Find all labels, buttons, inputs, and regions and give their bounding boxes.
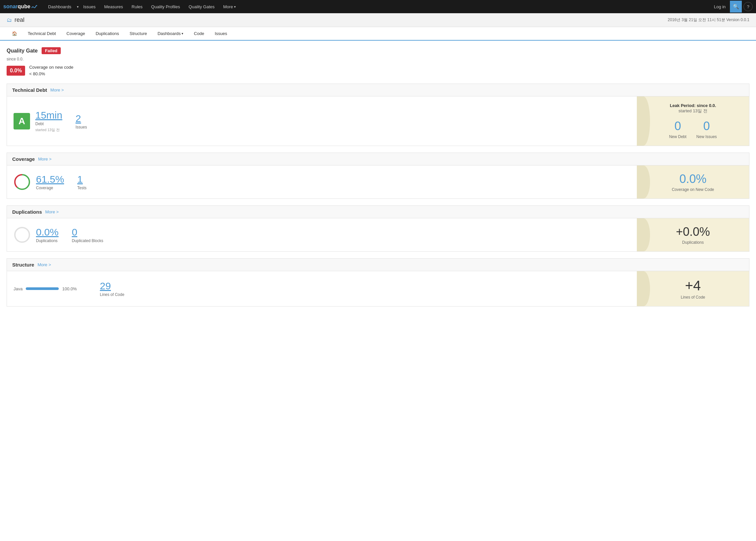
subnav-code[interactable]: Code (188, 27, 209, 41)
dup-label: Duplications (36, 239, 59, 243)
language-name: Java (14, 286, 22, 291)
new-debt-value[interactable]: 0 (669, 119, 687, 133)
quality-gate-value: 0.0% (7, 66, 25, 76)
loc-group: 29 Lines of Code (100, 280, 125, 297)
since-text: since 0.0. (7, 57, 749, 61)
subnav-coverage[interactable]: Coverage (61, 27, 90, 41)
subnav-issues[interactable]: Issues (209, 27, 232, 41)
coverage-body: 61.5% Coverage 1 Tests 0.0% Coverage on … (7, 166, 749, 199)
duplications-body: 0.0% Duplications 0 Duplicated Blocks +0… (7, 218, 749, 251)
nav-more[interactable]: More ▾ (219, 0, 240, 13)
coverage-circle-group: 61.5% Coverage (14, 174, 64, 191)
project-meta: 2016년 3월 21일 오전 11시 51분 Version 0.0.1 (668, 17, 749, 23)
logo[interactable]: sonarqube (3, 3, 38, 10)
top-navigation: sonarqube Dashboards▾ Issues Measures Ru… (0, 0, 756, 13)
project-title: 🗂 real (7, 17, 24, 23)
language-bar (26, 287, 59, 290)
debt-leak-metrics: 0 New Debt 0 New Issues (643, 119, 742, 139)
quality-gate-header: Quality Gate Failed (7, 47, 749, 54)
technical-debt-section: Technical Debt More > A 15min Debt start… (7, 84, 749, 146)
sub-navigation: 🏠 Technical Debt Coverage Duplications S… (0, 27, 756, 41)
quality-gate-detail: 0.0% Coverage on new code < 80.0% (7, 64, 749, 77)
nav-issues[interactable]: Issues (79, 0, 100, 13)
nav-rules[interactable]: Rules (128, 0, 146, 13)
dup-blocks-value[interactable]: 0 (72, 227, 103, 238)
new-issues-value[interactable]: 0 (696, 119, 717, 133)
coverage-main: 61.5% Coverage 1 Tests (7, 166, 637, 199)
more-dropdown-icon: ▾ (234, 5, 236, 9)
dashboards-dropdown-icon: ▾ (77, 5, 79, 9)
new-coverage-label: Coverage on New Code (643, 187, 742, 192)
project-name[interactable]: real (15, 17, 24, 23)
login-link[interactable]: Log in (711, 4, 728, 9)
debt-started: started 13일 전 (35, 128, 62, 133)
technical-debt-leak: Leak Period: since 0.0.started 13일 전 0 N… (637, 97, 749, 146)
coverage-label: Coverage (36, 186, 64, 190)
logo-sonar: sonar (3, 4, 18, 10)
main-nav: Dashboards▾ Issues Measures Rules Qualit… (44, 0, 711, 13)
search-button[interactable]: 🔍 (730, 1, 742, 13)
subnav-structure[interactable]: Structure (124, 27, 152, 41)
technical-debt-more-link[interactable]: More > (51, 88, 64, 93)
coverage-header: Coverage More > (7, 153, 749, 166)
subnav-home[interactable]: 🏠 (7, 27, 22, 41)
help-button[interactable]: ? (743, 2, 753, 11)
debt-label: Debt (35, 122, 62, 126)
subnav-duplications[interactable]: Duplications (91, 27, 125, 41)
dup-blocks-label: Duplicated Blocks (72, 239, 103, 243)
tests-label: Tests (77, 186, 87, 190)
new-loc-value[interactable]: +4 (643, 278, 742, 293)
dup-value[interactable]: 0.0% (36, 227, 59, 238)
duplications-main: 0.0% Duplications 0 Duplicated Blocks (7, 218, 637, 251)
structure-body: Java 100.0% 29 Lines of Code +4 Lines of… (7, 271, 749, 306)
technical-debt-body: A 15min Debt started 13일 전 2 Issues Leak… (7, 97, 749, 146)
logo-qube: qube (18, 4, 30, 10)
duplications-section: Duplications More > 0.0% Duplications 0 … (7, 206, 749, 252)
nav-measures[interactable]: Measures (100, 0, 127, 13)
nav-right: Log in 🔍 ? (711, 1, 753, 13)
duplications-more-link[interactable]: More > (45, 210, 59, 214)
issues-value[interactable]: 2 (76, 113, 87, 124)
new-loc-label: Lines of Code (643, 295, 742, 299)
structure-title: Structure (12, 262, 34, 268)
new-issues-metric: 0 New Issues (696, 119, 717, 139)
project-header: 🗂 real 2016년 3월 21일 오전 11시 51분 Version 0… (0, 13, 756, 27)
debt-grade: A (14, 113, 30, 130)
coverage-more-link[interactable]: More > (38, 157, 52, 162)
dup-value-group: 0.0% Duplications (36, 227, 59, 243)
structure-more-link[interactable]: More > (38, 262, 51, 267)
coverage-value-group: 61.5% Coverage (36, 174, 64, 190)
help-icon: ? (747, 4, 749, 9)
new-loc-metric: +4 Lines of Code (643, 278, 742, 299)
dashboards-sub-dropdown-icon: ▾ (181, 32, 183, 35)
nav-quality-profiles[interactable]: Quality Profiles (147, 0, 184, 13)
structure-main: Java 100.0% 29 Lines of Code (7, 271, 637, 306)
project-icon: 🗂 (7, 17, 12, 23)
debt-value-group: 15min Debt started 13일 전 (35, 110, 62, 133)
loc-value[interactable]: 29 (100, 280, 125, 291)
nav-quality-gates[interactable]: Quality Gates (184, 0, 219, 13)
coverage-circle-chart (14, 174, 31, 191)
new-coverage-value[interactable]: 0.0% (643, 172, 742, 186)
structure-language-group: Java 100.0% (14, 286, 77, 291)
nav-dashboards[interactable]: Dashboards (44, 0, 75, 13)
new-dup-value[interactable]: +0.0% (643, 225, 742, 239)
new-dup-label: Duplications (643, 240, 742, 245)
quality-gate-description: Coverage on new code < 80.0% (29, 64, 73, 77)
language-bar-fill (26, 287, 59, 290)
quality-gate-label: Quality Gate (7, 48, 38, 54)
search-icon: 🔍 (733, 4, 739, 10)
new-dup-metric: +0.0% Duplications (643, 225, 742, 245)
subnav-dashboards[interactable]: Dashboards ▾ (152, 27, 188, 41)
debt-value[interactable]: 15min (35, 110, 62, 121)
duplications-header: Duplications More > (7, 206, 749, 218)
coverage-leak: 0.0% Coverage on New Code (637, 166, 749, 199)
new-coverage-metric: 0.0% Coverage on New Code (643, 172, 742, 192)
language-pct: 100.0% (62, 286, 77, 291)
tests-value[interactable]: 1 (77, 174, 87, 185)
coverage-value[interactable]: 61.5% (36, 174, 64, 185)
subnav-technical-debt[interactable]: Technical Debt (22, 27, 61, 41)
home-icon: 🏠 (12, 31, 17, 36)
duplications-leak: +0.0% Duplications (637, 218, 749, 251)
loc-label: Lines of Code (100, 292, 125, 297)
